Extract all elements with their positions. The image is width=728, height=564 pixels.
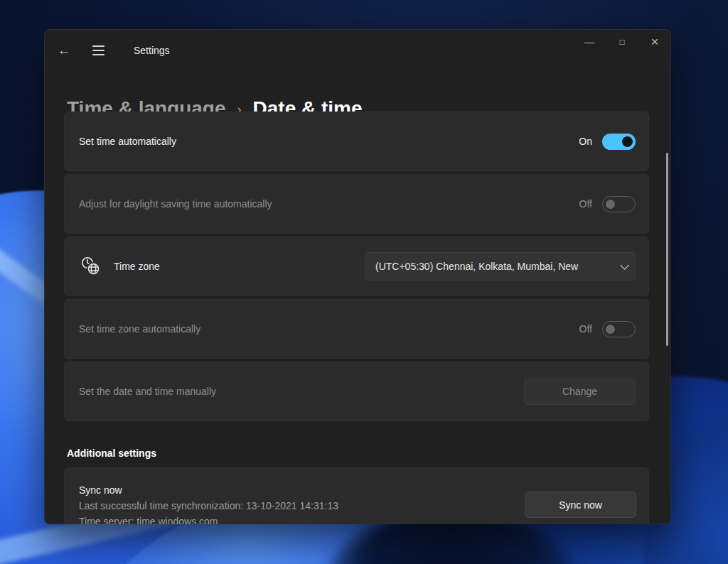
set-time-automatically-toggle[interactable] [602, 134, 636, 150]
sync-last-time: Last successful time synchronization: 13… [79, 498, 338, 514]
toggle-state-label: Off [579, 323, 592, 335]
time-zone-selected-value: (UTC+05:30) Chennai, Kolkata, Mumbai, Ne… [375, 261, 614, 272]
close-icon: × [651, 34, 658, 50]
additional-settings-header: Additional settings [67, 448, 649, 461]
menu-icon [92, 50, 105, 51]
menu-icon [92, 45, 105, 47]
titlebar: ← Settings — □ × [44, 29, 671, 72]
time-zone-dropdown[interactable]: (UTC+05:30) Chennai, Kolkata, Mumbai, Ne… [365, 252, 636, 281]
setting-label: Time zone [114, 261, 160, 272]
maximize-button[interactable]: □ [606, 29, 638, 55]
back-icon: ← [58, 43, 71, 58]
timezone-globe-clock-icon [79, 254, 103, 278]
sync-now-card: Sync now Last successful time synchroniz… [64, 467, 649, 524]
sync-now-button[interactable]: Sync now [525, 492, 636, 518]
close-button[interactable]: × [638, 29, 671, 55]
setting-label: Set the date and time manually [79, 386, 216, 397]
app-title: Settings [134, 45, 170, 56]
sync-server: Time server: time.windows.com [79, 514, 338, 524]
sync-info: Sync now Last successful time synchroniz… [79, 482, 338, 524]
back-button[interactable]: ← [54, 40, 74, 60]
chevron-down-icon [620, 261, 629, 270]
toggle-knob [606, 200, 615, 209]
setting-label: Set time zone automatically [79, 323, 200, 335]
minimize-icon: — [584, 36, 594, 48]
scrollbar-thumb[interactable] [666, 153, 668, 346]
toggle-knob [622, 136, 633, 147]
maximize-icon: □ [619, 37, 624, 47]
setting-row-set-time-zone-automatically[interactable]: Set time zone automatically Off [64, 299, 649, 359]
toggle-knob [606, 325, 615, 334]
setting-row-set-date-time-manually[interactable]: Set the date and time manually Change [64, 362, 649, 421]
toggle-state-label: Off [579, 198, 592, 210]
setting-row-set-time-automatically[interactable]: Set time automatically On [64, 112, 649, 171]
menu-icon [92, 54, 105, 55]
sync-title: Sync now [79, 482, 338, 498]
setting-row-time-zone[interactable]: Time zone (UTC+05:30) Chennai, Kolkata, … [64, 237, 649, 296]
toggle-state-label: On [579, 136, 592, 147]
setting-label: Adjust for daylight saving time automati… [79, 198, 272, 210]
settings-window: ← Settings — □ × Time & language › Date … [44, 29, 671, 524]
window-controls: — □ × [573, 29, 671, 55]
settings-list: Set time automatically On Adjust for day… [64, 112, 649, 524]
daylight-saving-toggle[interactable] [602, 196, 636, 212]
setting-label: Set time automatically [79, 136, 176, 147]
minimize-button[interactable]: — [573, 29, 606, 55]
menu-button[interactable] [88, 40, 108, 60]
setting-row-daylight-saving[interactable]: Adjust for daylight saving time automati… [64, 174, 649, 234]
set-time-zone-automatically-toggle[interactable] [602, 321, 636, 337]
change-button[interactable]: Change [524, 379, 636, 405]
